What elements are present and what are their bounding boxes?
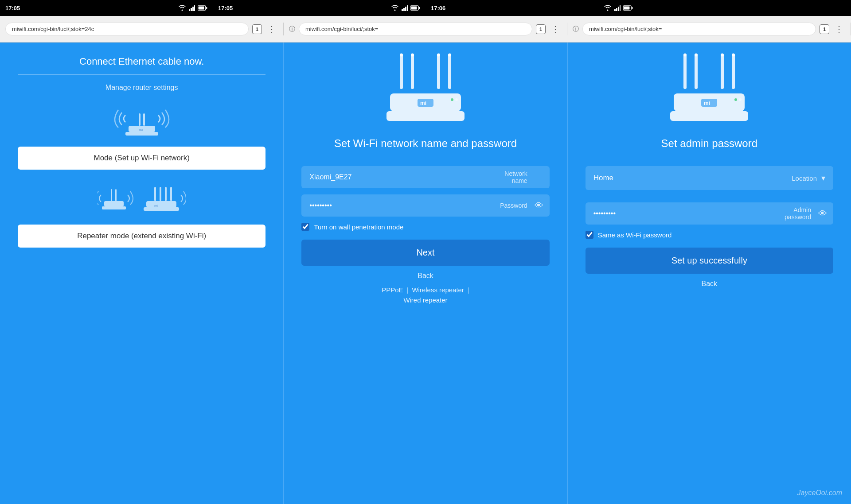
svg-rect-39 (437, 54, 440, 89)
time-2: 17:05 (218, 5, 233, 12)
url-bar-1[interactable]: miwifi.com/cgi-bin/luci/;stok=24c (5, 23, 249, 35)
wifi-password-eye-icon[interactable]: 👁 (535, 201, 543, 211)
wifi-password-input[interactable] (301, 194, 549, 217)
admin-password-eye-icon[interactable]: 👁 (818, 209, 827, 219)
wave-router-icon: mi (113, 100, 171, 140)
svg-rect-5 (199, 7, 204, 10)
url-bar-2[interactable]: miwifi.com/cgi-bin/luci/;stok= (299, 23, 532, 35)
svg-rect-14 (614, 9, 616, 11)
status-segment-2: 17:05 (213, 5, 426, 12)
tab-menu-3[interactable]: ⋮ (833, 24, 845, 35)
svg-point-42 (411, 54, 414, 57)
svg-text:mi: mi (139, 128, 143, 132)
network-name-group: Networkname (301, 166, 549, 188)
svg-rect-46 (386, 111, 465, 121)
svg-rect-33 (160, 187, 161, 201)
info-icon-2: ⓘ (289, 25, 295, 33)
location-label-text: Location (792, 174, 817, 182)
svg-point-41 (400, 54, 403, 57)
wifi-router-icon: mi (381, 51, 470, 127)
next-button[interactable]: Next (301, 240, 549, 266)
footer-links: PPPoE | Wireless repeater | (382, 286, 469, 294)
svg-rect-40 (448, 54, 451, 89)
admin-password-input[interactable] (586, 202, 833, 225)
svg-text:mi: mi (420, 100, 426, 106)
setup-successfully-button[interactable]: Set up successfully (586, 248, 833, 274)
svg-point-55 (683, 54, 687, 57)
svg-rect-28 (111, 189, 112, 201)
svg-rect-22 (125, 132, 158, 136)
svg-point-56 (695, 54, 698, 57)
wifi-icon-1 (178, 5, 186, 11)
wave-icon-area: mi (113, 102, 171, 138)
footer-links-2: Wired repeater (403, 296, 447, 304)
browser-tab-3[interactable]: ⓘ miwifi.com/cgi-bin/luci/;stok= 1 ⋮ (567, 23, 851, 35)
svg-rect-35 (170, 187, 172, 201)
admin-router-icon: mi (665, 51, 753, 127)
svg-text:mi: mi (154, 204, 158, 208)
svg-rect-27 (102, 206, 126, 209)
wireless-repeater-link[interactable]: Wireless repeater (412, 286, 464, 294)
network-name-input[interactable] (301, 166, 549, 188)
svg-rect-23 (139, 113, 141, 126)
same-password-label[interactable]: Same as Wi-Fi password (598, 231, 672, 239)
browser-tab-1[interactable]: miwifi.com/cgi-bin/luci/;stok=24c 1 ⋮ (0, 23, 284, 35)
location-group[interactable]: Home Location ▾ (586, 166, 833, 196)
wall-penetration-label[interactable]: Turn on wall penetration mode (314, 223, 403, 231)
battery-icon-1 (198, 5, 207, 11)
svg-rect-16 (618, 7, 619, 11)
svg-rect-24 (143, 113, 145, 126)
tab-badge-1[interactable]: 1 (252, 24, 262, 34)
svg-rect-52 (695, 54, 698, 89)
signal-icon-3 (614, 5, 621, 11)
signal-icon-2 (402, 5, 408, 11)
tab-badge-2[interactable]: 1 (536, 24, 546, 34)
mode-wifi-button[interactable]: Mode (Set up Wi-Fi network) (18, 147, 265, 170)
status-segment-1: 17:05 (0, 5, 213, 12)
svg-rect-37 (400, 54, 403, 89)
repeater-router-icon: mi (98, 178, 186, 218)
connect-title: Connect Ethernet cable now. (79, 56, 204, 67)
location-select[interactable]: Home Location ▾ (586, 166, 833, 190)
svg-rect-38 (411, 54, 414, 89)
svg-point-64 (739, 98, 742, 101)
pppoe-link[interactable]: PPPoE (382, 286, 403, 294)
manage-subtitle: Manage router settings (105, 84, 178, 92)
wifi-icon-2 (391, 5, 399, 11)
repeater-mode-button[interactable]: Repeater mode (extend existing Wi-Fi) (18, 225, 265, 248)
same-password-checkbox[interactable] (586, 231, 593, 239)
svg-rect-2 (192, 7, 194, 11)
tab-badge-3[interactable]: 1 (820, 24, 829, 34)
browser-tab-2[interactable]: ⓘ miwifi.com/cgi-bin/luci/;stok= 1 ⋮ (284, 23, 567, 35)
wifi-icon-3 (604, 5, 612, 11)
svg-rect-26 (104, 201, 124, 206)
panel-connect-ethernet: Connect Ethernet cable now. Manage route… (0, 43, 284, 504)
panel1-divider (18, 74, 265, 75)
svg-rect-15 (616, 8, 617, 11)
svg-rect-31 (144, 207, 179, 211)
back-link-panel2[interactable]: Back (418, 272, 433, 280)
svg-rect-8 (403, 8, 405, 11)
svg-rect-30 (146, 201, 176, 207)
svg-rect-10 (407, 5, 408, 11)
svg-rect-20 (632, 7, 633, 9)
status-icons-3 (604, 5, 633, 11)
svg-rect-7 (402, 9, 403, 11)
panel2-divider (301, 157, 549, 157)
back-link-panel3[interactable]: Back (702, 280, 718, 288)
svg-rect-0 (189, 9, 190, 11)
tab-menu-1[interactable]: ⋮ (265, 24, 278, 35)
svg-rect-54 (732, 54, 735, 89)
admin-setup-title: Set admin password (661, 137, 757, 150)
status-icons-1 (178, 5, 207, 11)
signal-icon-1 (189, 5, 195, 11)
svg-rect-53 (721, 54, 724, 89)
tab-menu-2[interactable]: ⋮ (549, 24, 562, 35)
svg-point-57 (721, 54, 724, 57)
status-bar: 17:05 17:05 (0, 0, 851, 16)
admin-password-group: Adminpassword 👁 (586, 202, 833, 225)
wifi-router-icon-area: mi (381, 56, 470, 127)
wall-penetration-checkbox[interactable] (301, 223, 309, 231)
url-bar-3[interactable]: miwifi.com/cgi-bin/luci/;stok= (582, 23, 816, 35)
wired-repeater-link[interactable]: Wired repeater (403, 296, 447, 304)
